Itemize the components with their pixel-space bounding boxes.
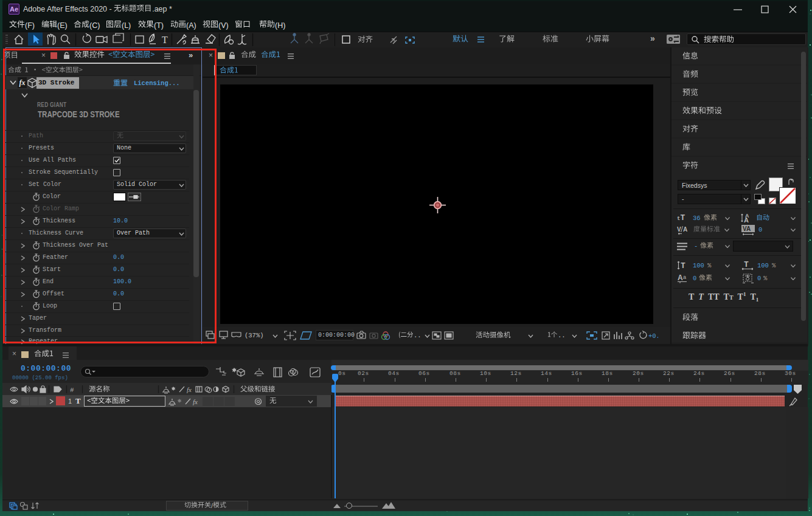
svg-text:#: # <box>70 387 74 394</box>
svg-text:fx: fx <box>187 386 192 393</box>
svg-text:T: T <box>162 35 168 45</box>
svg-text:a: a <box>683 274 686 280</box>
svg-text:T: T <box>681 261 685 270</box>
svg-text:A: A <box>678 273 683 282</box>
svg-text:V: V <box>677 226 681 233</box>
svg-text:VA: VA <box>743 225 751 232</box>
svg-text:A: A <box>683 226 687 233</box>
svg-text:A: A <box>744 216 749 224</box>
svg-text:fx: fx <box>193 398 198 405</box>
svg-text:T: T <box>744 260 749 269</box>
svg-text:+0.0: +0.0 <box>648 332 658 340</box>
